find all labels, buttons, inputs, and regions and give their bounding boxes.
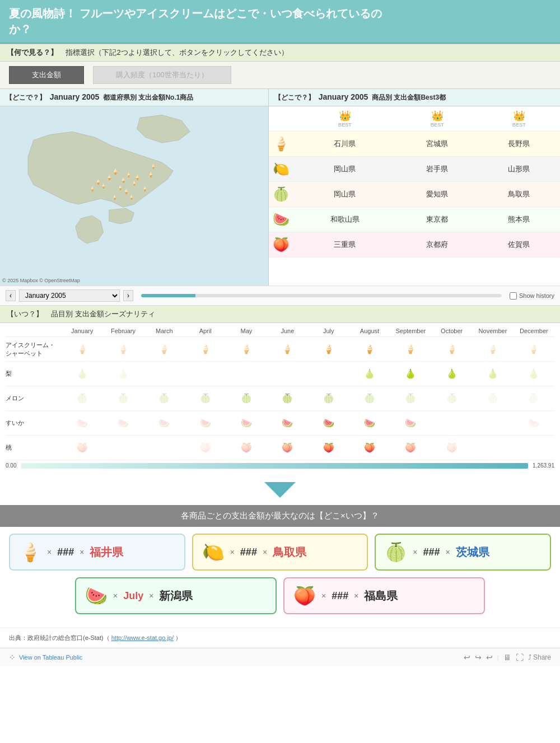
scale-min: 0.00 [6,462,16,469]
rank-icon-cell: 🍦 [269,132,293,157]
rank-col3: 佐賀県 [478,232,560,258]
japan-map-svg: 🍦 🍦 🍦 🍦 🍦 🍦 🍦 🍦 🍦 🍦 🍦 🍦 🍦 🍦 🍦 🍦 [0,106,268,286]
svg-text:🍦: 🍦 [95,179,102,185]
table-panel: 【どこで？】 January 2005 商品別 支出金額Best3都 👑 BES… [269,89,560,286]
season-grid: January February March April May June Ju… [0,325,560,460]
map-panel: 【どこで？】 January 2005 都道府県別 支出金額No.1商品 🍦 🍦 [0,89,269,286]
card-ice: 🍦 × ### × 福井県 [9,534,185,571]
card-lemon: 🍋 × ### × 鳥取県 [192,534,368,571]
col-best3: 👑 BEST [478,106,560,132]
card-icon-melon: 🍈 [385,541,407,563]
page-title: 夏の風物詩！ フルーツやアイスクリームはどこで・いつ食べられているの か？ [9,6,551,37]
card-month-ice: ### [57,546,74,558]
timeline-bar: ‹ January 2005 › Show history [0,286,560,306]
arrow-down-container [0,476,560,505]
season-row-pear: 梨 🍐 🍐 🍐 🍐 🍐 🍐 🍐 [6,362,554,386]
footer: 出典：政府統計の総合窓口(e-Stat)（ http://www.e-stat.… [0,628,560,648]
card-times-peach: × [321,591,326,600]
card-month-peach: ### [332,590,348,602]
rank-icon-cell: 🍑 [269,232,293,258]
tableau-view-label[interactable]: View on Tableau Public [19,654,82,661]
rank-icon-cell: 🍉 [269,207,293,232]
cards-row-1: 🍦 × ### × 福井県 🍋 × ### × 鳥取県 🍈 × ### × 茨城… [9,534,551,571]
season-row-melon: メロン 🍈 🍈 🍈 🍈 🍈 🍈 🍈 🍈 🍈 🍈 🍈 🍈 [6,386,554,411]
fullscreen-btn[interactable]: ⛶ [516,653,524,662]
map-credit: © 2025 Mapbox © OpenStreetMap [2,278,80,283]
rank-col3: 長野県 [478,132,560,157]
rank-icon-cell: 🍋 [269,157,293,182]
timeline-prev-btn[interactable]: ‹ [6,290,16,301]
redo-btn[interactable]: ↪ [475,653,482,662]
card-month-lemon: ### [240,546,257,558]
card-times-melon: × [413,548,417,557]
rank-col2: 岩手県 [396,157,478,182]
rank-col1: 石川県 [293,132,396,157]
history-checkbox[interactable] [510,292,517,300]
svg-text:🍦: 🍦 [101,183,106,189]
card-prefecture-watermelon: 新潟県 [159,588,193,604]
svg-text:🍦: 🍦 [151,163,156,169]
timeline-slider[interactable] [141,294,502,297]
rank-col1: 岡山県 [293,182,396,207]
share-btn[interactable]: ⤴ Share [528,653,551,661]
rank-table-row: 🍉 和歌山県 東京都 熊本県 [269,207,560,232]
rank-col1: 和歌山県 [293,207,396,232]
season-title: 【いつ？】 品目別 支出金額シーズナリティ [0,306,560,323]
card-icon-ice: 🍦 [19,541,41,563]
tableau-dots-icon: ⁘ [9,653,16,662]
svg-text:🍦: 🍦 [142,186,148,191]
scale-bar [21,463,528,469]
table-panel-title: 【どこで？】 January 2005 商品別 支出金額Best3都 [269,89,560,106]
cards-container: 🍦 × ### × 福井県 🍋 × ### × 鳥取県 🍈 × ### × 茨城… [0,527,560,628]
footer-link[interactable]: http://www.e-stat.go.jp/ [111,634,174,641]
cards-row-2: 🍉 × July × 新潟県 🍑 × ### × 福島県 [9,577,551,614]
col-icon [269,106,293,132]
tableau-footer: ⁘ View on Tableau Public ↩ ↪ ↩ | 🖥 ⛶ ⤴ S… [0,648,560,666]
map-panel-title: 【どこで？】 January 2005 都道府県別 支出金額No.1商品 [0,89,268,106]
card-month-melon: ### [423,546,440,558]
rank-col1: 三重県 [293,232,396,258]
svg-text:🍦: 🍦 [123,188,130,195]
rank-col3: 山形県 [478,157,560,182]
page-header: 夏の風物詩！ フルーツやアイスクリームはどこで・いつ食べられているの か？ [0,0,560,44]
card-prefecture-lemon: 鳥取県 [273,545,306,560]
svg-text:🍦: 🍦 [134,174,141,181]
card-prefecture-melon: 茨城県 [456,545,489,560]
season-row-peach: 桃 🍑 🍑 🍑 🍑 🍑 🍑 🍑 🍑 [6,436,554,460]
indicator-section-bar: 【何で見る？】 指標選択（下記2つより選択して、ボタンをクリックしてください） [0,44,560,62]
card-times-lemon: × [230,548,235,557]
col-best2: 👑 BEST [396,106,478,132]
card-icon-lemon: 🍋 [202,541,225,563]
scale-max: 1,263.91 [533,462,554,469]
btn-frequency[interactable]: 購入頻度（100世帯当たり） [93,66,231,84]
card-melon: 🍈 × ### × 茨城県 [375,534,551,571]
season-row-icecream: アイスクリーム・シャーベット 🍦 🍦 🍦 🍦 🍦 🍦 🍦 🍦 🍦 🍦 🍦 🍦 [6,337,554,362]
btn-spending[interactable]: 支出金額 [9,66,84,84]
svg-text:🍦: 🍦 [112,194,118,200]
svg-text:🍦: 🍦 [118,185,123,190]
map-area: 🍦 🍦 🍦 🍦 🍦 🍦 🍦 🍦 🍦 🍦 🍦 🍦 🍦 🍦 🍦 🍦 © 2025 M… [0,106,268,286]
undo-btn[interactable]: ↩ [464,653,470,662]
button-row: 支出金額 購入頻度（100世帯当たり） [0,62,560,88]
svg-text:🍦: 🍦 [148,171,155,178]
device-btn[interactable]: 🖥 [503,653,511,662]
bottom-section-header: 各商品ごとの支出金額が最大なのは【どこ×いつ】？ [0,505,560,527]
card-prefecture-ice: 福井県 [90,545,123,560]
card-times-ice: × [47,548,52,557]
rank-table-row: 🍦 石川県 宮城県 長野県 [269,132,560,157]
card-month-watermelon: July [123,590,143,602]
back-btn[interactable]: ↩ [486,653,493,662]
show-history-label[interactable]: Show history [510,292,554,300]
rank-col3: 熊本県 [478,207,560,232]
date-select[interactable]: January 2005 [19,289,120,302]
rank-col2: 宮城県 [396,132,478,157]
scale-bar-container: 0.00 1,263.91 [0,460,560,471]
timeline-next-btn[interactable]: › [123,290,133,301]
svg-text:🍦: 🍦 [129,194,134,200]
card-icon-peach: 🍑 [293,585,316,606]
svg-text:🍦: 🍦 [90,186,95,191]
seasonality-section: 【いつ？】 品目別 支出金額シーズナリティ January February M… [0,306,560,476]
month-headers: January February March April May June Ju… [6,325,554,337]
rank-table: 👑 BEST 👑 BEST 👑 BEST 🍦 石川県 宮城県 [269,106,560,258]
rank-col2: 東京都 [396,207,478,232]
